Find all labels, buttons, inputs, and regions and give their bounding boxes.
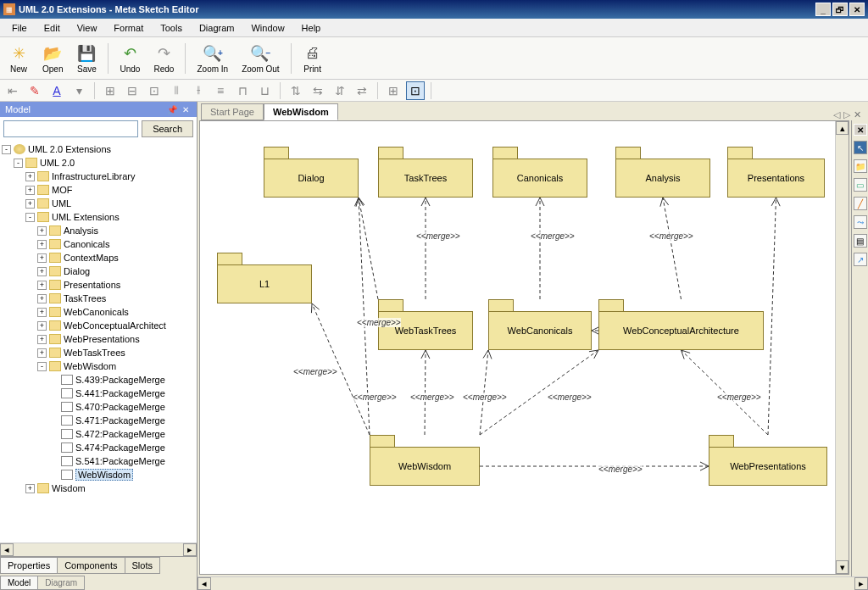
tree-node[interactable]: +Canonicals: [2, 237, 195, 251]
align-icon[interactable]: ⊔: [255, 81, 274, 100]
class-tool-icon[interactable]: ▭: [854, 178, 867, 192]
scroll-up-icon[interactable]: ▴: [836, 121, 849, 135]
package-analysis[interactable]: Analysis: [615, 147, 710, 198]
tree-expand-icon[interactable]: +: [37, 267, 47, 276]
menu-file[interactable]: File: [3, 21, 36, 35]
palette-close-icon[interactable]: ✕: [854, 124, 867, 136]
tree-node[interactable]: S.541:PackageMerge: [2, 454, 195, 468]
tree-hscroll[interactable]: ◂ ▸: [0, 543, 197, 556]
tree-node[interactable]: +WebConceptualArchitect: [2, 319, 195, 332]
tree-expand-icon[interactable]: +: [25, 484, 35, 493]
dist-icon[interactable]: ⇄: [353, 81, 371, 100]
depend-tool-icon[interactable]: ⤳: [854, 215, 867, 229]
tab-properties[interactable]: Properties: [0, 557, 58, 574]
save-button[interactable]: 💾Save: [71, 42, 102, 75]
canvas-hscroll[interactable]: ◂ ▸: [198, 576, 868, 590]
print-button[interactable]: 🖨Print: [298, 42, 328, 75]
tree-expand-icon[interactable]: +: [37, 226, 47, 236]
tree-expand-icon[interactable]: +: [37, 240, 47, 249]
tab-webwisdom[interactable]: WebWisdom: [264, 103, 338, 120]
tree-expand-icon[interactable]: -: [14, 159, 23, 168]
font-icon[interactable]: A: [47, 81, 66, 100]
snap-icon[interactable]: ⊡: [406, 81, 425, 100]
tree-expand-icon[interactable]: +: [25, 199, 35, 209]
model-tree[interactable]: -UML 2.0 Extensions-UML 2.0+Infrastructu…: [0, 141, 197, 543]
tree-expand-icon[interactable]: +: [25, 186, 35, 195]
search-input[interactable]: [3, 120, 138, 137]
align-left-icon[interactable]: ⇤: [3, 81, 22, 100]
tree-expand-icon[interactable]: -: [25, 213, 35, 222]
tree-expand-icon[interactable]: +: [37, 348, 47, 358]
tree-expand-icon[interactable]: +: [37, 253, 47, 263]
menu-format[interactable]: Format: [105, 21, 152, 35]
dist-icon[interactable]: ⇆: [309, 81, 327, 100]
close-panel-icon[interactable]: ✕: [180, 103, 192, 115]
align-icon[interactable]: ⊟: [123, 81, 142, 100]
tree-node[interactable]: -WebWisdom: [2, 359, 195, 373]
package-l1[interactable]: L1: [217, 253, 312, 303]
package-presentations[interactable]: Presentations: [727, 147, 825, 198]
tree-node[interactable]: S.472:PackageMerge: [2, 427, 195, 441]
scroll-right-icon[interactable]: ▸: [183, 543, 197, 556]
undo-button[interactable]: ↶Undo: [114, 42, 145, 75]
tab-start-page[interactable]: Start Page: [201, 103, 264, 120]
package-webcanonicals[interactable]: WebCanonicals: [488, 299, 592, 350]
tab-nav-left-icon[interactable]: ◁: [833, 109, 840, 120]
open-button[interactable]: 📂Open: [37, 42, 68, 75]
menu-diagram[interactable]: Diagram: [191, 21, 243, 35]
tree-node[interactable]: +WebCanonicals: [2, 305, 195, 319]
tree-node[interactable]: +MOF: [2, 183, 195, 197]
minimize-button[interactable]: _: [815, 3, 831, 16]
tree-expand-icon[interactable]: +: [37, 281, 47, 290]
search-button[interactable]: Search: [142, 120, 193, 137]
menu-edit[interactable]: Edit: [36, 21, 69, 35]
tree-expand-icon[interactable]: +: [37, 294, 47, 303]
tree-node[interactable]: +Wisdom: [2, 481, 195, 495]
tree-node[interactable]: -UML 2.0: [2, 156, 195, 170]
package-canonicals[interactable]: Canonicals: [492, 147, 587, 198]
align-icon[interactable]: ⊓: [233, 81, 252, 100]
tree-node[interactable]: +Analysis: [2, 224, 195, 237]
tree-node[interactable]: +TaskTrees: [2, 292, 195, 305]
tree-expand-icon[interactable]: +: [25, 172, 35, 181]
zoom-out-button[interactable]: 🔍−Zoom Out: [236, 42, 284, 75]
menu-window[interactable]: Window: [242, 21, 292, 35]
align-icon[interactable]: ⫴: [167, 81, 186, 100]
tree-node[interactable]: WebWisdom: [2, 468, 195, 481]
tab-nav-right-icon[interactable]: ▷: [843, 109, 850, 120]
close-button[interactable]: ✕: [849, 3, 865, 16]
tree-node[interactable]: +ContextMaps: [2, 251, 195, 264]
note-tool-icon[interactable]: ▤: [854, 234, 867, 248]
tree-node[interactable]: +WebTaskTrees: [2, 346, 195, 359]
new-button[interactable]: ✳New: [3, 42, 34, 75]
tree-expand-icon[interactable]: -: [37, 362, 47, 371]
dist-icon[interactable]: ⇅: [287, 81, 305, 100]
align-icon[interactable]: ≡: [211, 81, 230, 100]
tree-node[interactable]: +InfrastructureLibrary: [2, 170, 195, 183]
anchor-tool-icon[interactable]: ↗: [854, 253, 867, 266]
tab-components[interactable]: Components: [57, 557, 125, 574]
select-tool-icon[interactable]: ↖: [854, 141, 867, 154]
tree-node[interactable]: S.439:PackageMerge: [2, 373, 195, 387]
package-tasktrees[interactable]: TaskTrees: [378, 147, 473, 198]
pin-icon[interactable]: 📌: [166, 103, 178, 115]
canvas-vscroll[interactable]: ▴ ▾: [835, 121, 849, 574]
package-webconceptual[interactable]: WebConceptualArchitecture: [598, 299, 764, 350]
align-icon[interactable]: ⫲: [189, 81, 208, 100]
tab-close-icon[interactable]: ✕: [854, 109, 861, 120]
package-webpresentations[interactable]: WebPresentations: [709, 435, 827, 486]
package-dialog[interactable]: Dialog: [264, 147, 359, 198]
view-tab-model[interactable]: Model: [0, 576, 38, 590]
zoom-in-button[interactable]: 🔍+Zoom In: [192, 42, 233, 75]
tree-node[interactable]: +Dialog: [2, 264, 195, 278]
dist-icon[interactable]: ⇵: [331, 81, 349, 100]
tree-node[interactable]: S.441:PackageMerge: [2, 387, 195, 400]
menu-tools[interactable]: Tools: [152, 21, 191, 35]
assoc-tool-icon[interactable]: ╱: [854, 197, 867, 210]
dropdown-icon[interactable]: ▾: [70, 81, 88, 100]
package-tool-icon[interactable]: 📁: [854, 159, 867, 173]
menu-help[interactable]: Help: [293, 21, 330, 35]
tree-expand-icon[interactable]: -: [2, 145, 11, 154]
scroll-right-icon[interactable]: ▸: [854, 577, 868, 590]
diagram-canvas[interactable]: DialogTaskTreesCanonicalsAnalysisPresent…: [200, 121, 835, 574]
